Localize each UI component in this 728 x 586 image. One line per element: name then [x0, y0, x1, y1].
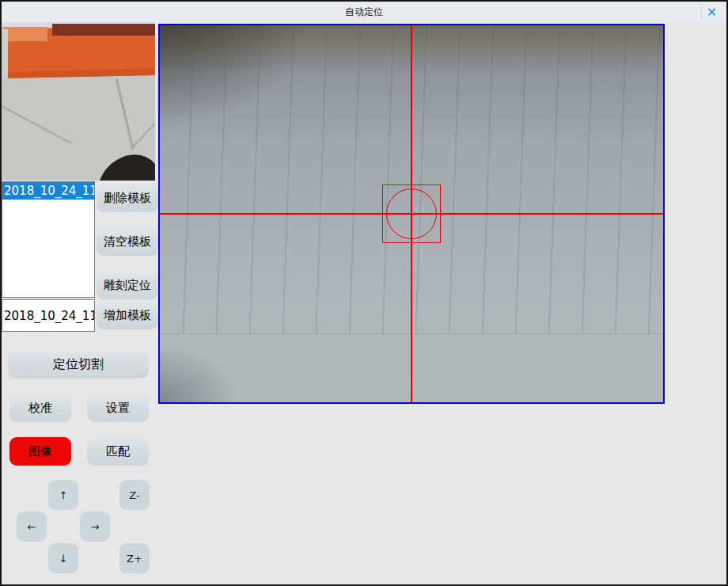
arrow-down-icon: ↓ [59, 553, 68, 565]
template-name-input[interactable] [2, 299, 95, 332]
camera-view[interactable] [158, 24, 665, 404]
jog-left-button[interactable]: ← [17, 512, 47, 542]
window-title: 自动定位 [345, 6, 383, 19]
delete-template-button[interactable]: 删除模板 [97, 184, 158, 212]
close-icon: ✕ [707, 5, 717, 20]
jog-down-button[interactable]: ↓ [48, 543, 78, 573]
image-button-active[interactable]: 图像 [9, 437, 71, 466]
jog-up-button[interactable]: ↑ [48, 480, 78, 510]
auto-position-window: 自动定位 ✕ 2018_10_24_11 删除模板 清空模板 雕刻定位 增加模板… [0, 0, 728, 586]
arrow-right-icon: → [91, 521, 100, 533]
jog-z-minus-button[interactable]: Z- [119, 480, 150, 510]
close-button[interactable]: ✕ [701, 3, 722, 21]
template-thumbnail-preview [2, 22, 155, 181]
titlebar: 自动定位 ✕ [2, 2, 726, 22]
template-list[interactable]: 2018_10_24_11 [2, 181, 95, 298]
add-template-button[interactable]: 增加模板 [97, 302, 158, 329]
template-list-item-selected[interactable]: 2018_10_24_11 [2, 182, 94, 200]
match-button[interactable]: 匹配 [87, 437, 149, 466]
position-cut-button[interactable]: 定位切割 [8, 350, 149, 379]
thumbnail-image [2, 22, 155, 181]
arrow-left-icon: ← [28, 521, 36, 533]
arrow-up-icon: ↑ [59, 489, 68, 501]
calibrate-button[interactable]: 校准 [9, 394, 71, 422]
jog-right-button[interactable]: → [80, 512, 110, 542]
settings-button[interactable]: 设置 [87, 394, 149, 422]
engrave-position-button[interactable]: 雕刻定位 [97, 272, 158, 299]
clear-templates-button[interactable]: 清空模板 [97, 227, 158, 256]
jog-z-plus-button[interactable]: Z+ [119, 543, 150, 573]
target-circle-marker [386, 188, 437, 239]
